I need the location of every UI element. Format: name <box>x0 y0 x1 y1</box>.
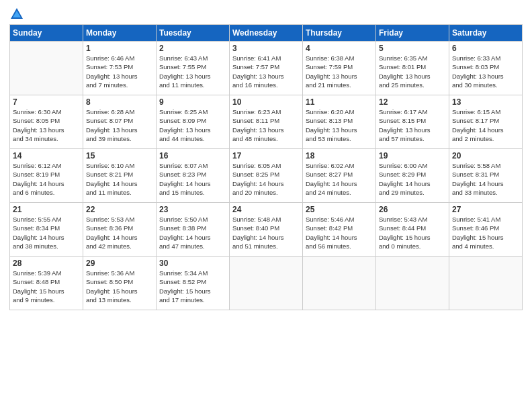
day-info: Sunrise: 6:17 AM Sunset: 8:15 PM Dayligh… <box>379 107 446 143</box>
calendar-cell: 2Sunrise: 6:43 AM Sunset: 7:55 PM Daylig… <box>157 42 230 95</box>
day-info: Sunrise: 6:33 AM Sunset: 8:03 PM Dayligh… <box>452 54 519 89</box>
day-number: 23 <box>159 205 226 214</box>
day-number: 8 <box>86 97 153 107</box>
day-number: 11 <box>306 97 373 107</box>
calendar-cell: 24Sunrise: 5:48 AM Sunset: 8:40 PM Dayli… <box>230 203 303 257</box>
day-info: Sunrise: 6:43 AM Sunset: 7:55 PM Dayligh… <box>159 54 226 89</box>
day-number: 29 <box>86 259 153 268</box>
calendar-cell: 22Sunrise: 5:53 AM Sunset: 8:36 PM Dayli… <box>83 203 157 257</box>
day-info: Sunrise: 6:05 AM Sunset: 8:25 PM Dayligh… <box>232 161 300 197</box>
calendar-cell: 10Sunrise: 6:23 AM Sunset: 8:11 PM Dayli… <box>230 95 303 149</box>
day-info: Sunrise: 5:41 AM Sunset: 8:46 PM Dayligh… <box>452 215 519 250</box>
day-header-saturday: Saturday <box>449 25 523 42</box>
day-header-friday: Friday <box>376 25 449 42</box>
day-info: Sunrise: 6:30 AM Sunset: 8:05 PM Dayligh… <box>13 107 80 143</box>
day-info: Sunrise: 6:10 AM Sunset: 8:21 PM Dayligh… <box>86 161 153 197</box>
calendar-cell: 8Sunrise: 6:28 AM Sunset: 8:07 PM Daylig… <box>83 95 157 149</box>
day-number: 18 <box>306 151 373 161</box>
calendar-cell: 15Sunrise: 6:10 AM Sunset: 8:21 PM Dayli… <box>83 149 157 203</box>
calendar-week-5: 28Sunrise: 5:39 AM Sunset: 8:48 PM Dayli… <box>10 257 523 310</box>
day-info: Sunrise: 5:55 AM Sunset: 8:34 PM Dayligh… <box>13 215 80 250</box>
day-number: 27 <box>452 205 519 214</box>
day-number: 22 <box>86 205 153 214</box>
day-info: Sunrise: 5:43 AM Sunset: 8:44 PM Dayligh… <box>379 215 446 250</box>
day-header-thursday: Thursday <box>303 25 376 42</box>
day-info: Sunrise: 6:23 AM Sunset: 8:11 PM Dayligh… <box>232 107 300 143</box>
logo-icon <box>9 7 24 21</box>
calendar-cell <box>10 42 83 95</box>
calendar-cell: 30Sunrise: 5:34 AM Sunset: 8:52 PM Dayli… <box>157 257 230 310</box>
day-number: 28 <box>13 259 80 268</box>
day-info: Sunrise: 6:20 AM Sunset: 8:13 PM Dayligh… <box>306 107 373 143</box>
calendar-cell: 17Sunrise: 6:05 AM Sunset: 8:25 PM Dayli… <box>230 149 303 203</box>
calendar-cell: 3Sunrise: 6:41 AM Sunset: 7:57 PM Daylig… <box>230 42 303 95</box>
day-header-monday: Monday <box>83 25 157 42</box>
calendar-week-3: 14Sunrise: 6:12 AM Sunset: 8:19 PM Dayli… <box>10 149 523 203</box>
calendar-cell: 5Sunrise: 6:35 AM Sunset: 8:01 PM Daylig… <box>376 42 449 95</box>
day-number: 19 <box>379 151 446 161</box>
day-info: Sunrise: 5:46 AM Sunset: 8:42 PM Dayligh… <box>306 215 373 250</box>
calendar-cell: 20Sunrise: 5:58 AM Sunset: 8:31 PM Dayli… <box>449 149 523 203</box>
day-info: Sunrise: 5:48 AM Sunset: 8:40 PM Dayligh… <box>232 215 300 250</box>
day-number: 10 <box>232 97 300 107</box>
day-number: 17 <box>232 151 300 161</box>
day-number: 3 <box>232 44 300 53</box>
calendar-body: 1Sunrise: 6:46 AM Sunset: 7:53 PM Daylig… <box>10 42 523 310</box>
calendar-cell: 9Sunrise: 6:25 AM Sunset: 8:09 PM Daylig… <box>157 95 230 149</box>
calendar-cell: 6Sunrise: 6:33 AM Sunset: 8:03 PM Daylig… <box>449 42 523 95</box>
day-number: 15 <box>86 151 153 161</box>
day-number: 4 <box>306 44 373 53</box>
day-info: Sunrise: 6:25 AM Sunset: 8:09 PM Dayligh… <box>159 107 226 143</box>
day-number: 24 <box>232 205 300 214</box>
calendar-cell: 4Sunrise: 6:38 AM Sunset: 7:59 PM Daylig… <box>303 42 376 95</box>
day-info: Sunrise: 5:34 AM Sunset: 8:52 PM Dayligh… <box>159 269 226 304</box>
calendar-cell: 26Sunrise: 5:43 AM Sunset: 8:44 PM Dayli… <box>376 203 449 257</box>
day-info: Sunrise: 6:07 AM Sunset: 8:23 PM Dayligh… <box>159 161 226 197</box>
day-info: Sunrise: 5:39 AM Sunset: 8:48 PM Dayligh… <box>13 269 80 304</box>
day-info: Sunrise: 5:50 AM Sunset: 8:38 PM Dayligh… <box>159 215 226 250</box>
day-number: 1 <box>86 44 153 53</box>
calendar-cell: 18Sunrise: 6:02 AM Sunset: 8:27 PM Dayli… <box>303 149 376 203</box>
calendar-cell <box>376 257 449 310</box>
day-info: Sunrise: 6:15 AM Sunset: 8:17 PM Dayligh… <box>452 107 519 143</box>
day-number: 13 <box>452 97 519 107</box>
day-info: Sunrise: 6:41 AM Sunset: 7:57 PM Dayligh… <box>232 54 300 89</box>
day-info: Sunrise: 5:58 AM Sunset: 8:31 PM Dayligh… <box>452 161 519 197</box>
day-number: 21 <box>13 205 80 214</box>
calendar-cell <box>230 257 303 310</box>
calendar-cell: 23Sunrise: 5:50 AM Sunset: 8:38 PM Dayli… <box>157 203 230 257</box>
day-info: Sunrise: 6:46 AM Sunset: 7:53 PM Dayligh… <box>86 54 153 89</box>
calendar-cell: 16Sunrise: 6:07 AM Sunset: 8:23 PM Dayli… <box>157 149 230 203</box>
day-number: 5 <box>379 44 446 53</box>
day-number: 12 <box>379 97 446 107</box>
calendar-cell: 25Sunrise: 5:46 AM Sunset: 8:42 PM Dayli… <box>303 203 376 257</box>
calendar-week-4: 21Sunrise: 5:55 AM Sunset: 8:34 PM Dayli… <box>10 203 523 257</box>
day-info: Sunrise: 5:36 AM Sunset: 8:50 PM Dayligh… <box>86 269 153 304</box>
header <box>9 7 523 21</box>
day-number: 9 <box>159 97 226 107</box>
calendar-week-1: 1Sunrise: 6:46 AM Sunset: 7:53 PM Daylig… <box>10 42 523 95</box>
day-number: 2 <box>159 44 226 53</box>
day-info: Sunrise: 6:38 AM Sunset: 7:59 PM Dayligh… <box>306 54 373 89</box>
calendar-cell: 11Sunrise: 6:20 AM Sunset: 8:13 PM Dayli… <box>303 95 376 149</box>
logo <box>9 7 26 21</box>
day-number: 7 <box>13 97 80 107</box>
calendar-container: SundayMondayTuesdayWednesdayThursdayFrid… <box>0 0 532 411</box>
calendar-cell: 28Sunrise: 5:39 AM Sunset: 8:48 PM Dayli… <box>10 257 83 310</box>
calendar-cell: 14Sunrise: 6:12 AM Sunset: 8:19 PM Dayli… <box>10 149 83 203</box>
day-number: 6 <box>452 44 519 53</box>
calendar-cell: 21Sunrise: 5:55 AM Sunset: 8:34 PM Dayli… <box>10 203 83 257</box>
day-info: Sunrise: 6:02 AM Sunset: 8:27 PM Dayligh… <box>306 161 373 197</box>
calendar-cell: 19Sunrise: 6:00 AM Sunset: 8:29 PM Dayli… <box>376 149 449 203</box>
calendar-cell: 13Sunrise: 6:15 AM Sunset: 8:17 PM Dayli… <box>449 95 523 149</box>
calendar-cell: 12Sunrise: 6:17 AM Sunset: 8:15 PM Dayli… <box>376 95 449 149</box>
day-header-sunday: Sunday <box>10 25 83 42</box>
day-info: Sunrise: 6:28 AM Sunset: 8:07 PM Dayligh… <box>86 107 153 143</box>
calendar-cell: 29Sunrise: 5:36 AM Sunset: 8:50 PM Dayli… <box>83 257 157 310</box>
calendar-header-row: SundayMondayTuesdayWednesdayThursdayFrid… <box>10 25 523 42</box>
day-info: Sunrise: 6:00 AM Sunset: 8:29 PM Dayligh… <box>379 161 446 197</box>
calendar-cell: 27Sunrise: 5:41 AM Sunset: 8:46 PM Dayli… <box>449 203 523 257</box>
day-number: 30 <box>159 259 226 268</box>
day-number: 26 <box>379 205 446 214</box>
calendar-cell: 7Sunrise: 6:30 AM Sunset: 8:05 PM Daylig… <box>10 95 83 149</box>
